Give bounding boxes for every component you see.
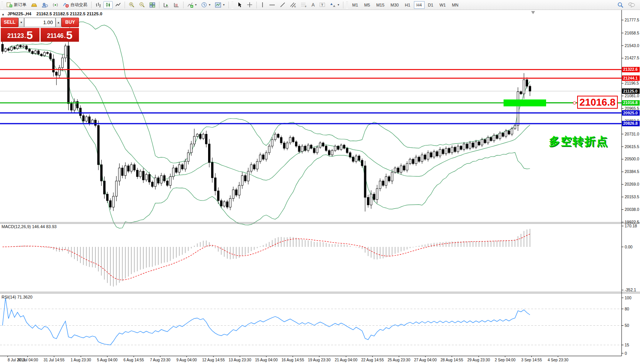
collapse-triangle-icon[interactable]: ▲ [2, 13, 5, 16]
candle [163, 176, 165, 181]
toolbar-grip[interactable] [231, 2, 233, 8]
price-marker-text: 21244.1 [623, 76, 638, 80]
vertical-line-tool-button[interactable] [259, 1, 266, 9]
bar-chart-button[interactable] [94, 1, 103, 9]
sell-price-pip: 5 [26, 29, 33, 41]
tab-timeframe-w1[interactable]: W1 [437, 1, 449, 9]
candle [499, 133, 501, 139]
signals-button[interactable] [51, 1, 60, 9]
candle [10, 47, 12, 51]
toolbar-separator [125, 2, 125, 8]
candle [451, 147, 453, 153]
candle [409, 159, 411, 163]
toolbar-grip[interactable] [346, 2, 348, 8]
fibonacci-icon: F [301, 2, 307, 8]
candle [271, 140, 273, 146]
indicators-button[interactable]: ▾ [185, 1, 199, 9]
time-tick-label: 1 Aug 23:30 [71, 358, 91, 362]
candle [445, 149, 447, 154]
toolbar-grip[interactable] [1, 2, 3, 8]
volume-down-button[interactable]: ▼ [18, 18, 24, 27]
chart-shift-button[interactable] [172, 1, 181, 9]
volume-input[interactable] [24, 18, 56, 27]
toolbar-separator [256, 2, 257, 8]
auto-scroll-button[interactable] [161, 1, 171, 9]
time-tick-label: 31 Jul 14:55 [44, 358, 65, 362]
candle [364, 166, 366, 198]
candle [481, 140, 483, 145]
toolbar-separator [183, 2, 184, 8]
tab-timeframe-m5[interactable]: M5 [361, 1, 373, 9]
time-tick-label: 30 Jul 04:00 [17, 358, 38, 362]
buy-button[interactable]: BUY [61, 18, 79, 27]
candle [94, 120, 96, 126]
time-tick-label: 2 Sep 04:00 [495, 358, 515, 362]
periods-button[interactable]: ▾ [199, 1, 212, 9]
sell-button[interactable]: SELL [1, 18, 18, 27]
tab-timeframe-h4[interactable]: H4 [414, 1, 425, 9]
crosshair-tool-button[interactable] [245, 1, 254, 9]
candle [238, 185, 240, 195]
horizontal-line-tool-button[interactable] [267, 2, 277, 8]
channel-tool-button[interactable]: E [288, 1, 298, 9]
tab-timeframe-d1[interactable]: D1 [425, 1, 436, 9]
candle [125, 166, 126, 176]
symbol-period-label: JPN225-,H4 [7, 11, 31, 16]
time-tick-label: 15 Aug 04:00 [255, 358, 278, 362]
candle [388, 177, 390, 181]
new-order-button[interactable]: 新订单 [5, 1, 28, 9]
macd-label: MACD(12,26,9) 146.44 83.93 [2, 224, 57, 229]
zoom-out-button[interactable] [137, 1, 147, 9]
buy-price-dot: . [64, 31, 66, 41]
candle [268, 146, 270, 153]
candle [286, 143, 288, 148]
shapes-tool-button[interactable]: ▾ [328, 1, 341, 9]
templates-button[interactable]: ▾ [213, 1, 226, 9]
candle-chart-button[interactable] [103, 1, 113, 9]
search-button[interactable] [615, 1, 625, 9]
candle [502, 133, 504, 137]
buy-price-main: 21146 [47, 31, 64, 41]
trendline-tool-button[interactable] [278, 1, 287, 9]
buy-price-display[interactable]: 21146 . 5 [41, 28, 79, 42]
candlestick-series [2, 41, 531, 211]
chat-button[interactable] [626, 1, 637, 9]
candle [520, 92, 522, 94]
clock-icon [201, 2, 207, 8]
tab-timeframe-m30[interactable]: M30 [388, 1, 401, 9]
line-chart-button[interactable] [113, 1, 123, 9]
candle [107, 194, 108, 201]
callout-anchor-icon [573, 101, 576, 104]
cursor-tool-button[interactable] [235, 1, 244, 9]
candle [376, 189, 378, 200]
volume-up-button[interactable]: ▲ [56, 18, 61, 27]
tab-timeframe-mn[interactable]: MN [449, 1, 461, 9]
fibonacci-tool-button[interactable]: F [299, 1, 309, 9]
chart-canvas[interactable]: 21777.521658.521543.021427.521312.021196… [0, 0, 640, 364]
tab-timeframe-h1[interactable]: H1 [402, 1, 413, 9]
support-price-callout[interactable]: 21016.8 [577, 96, 618, 109]
sell-price-display[interactable]: 21123 . 5 [1, 28, 39, 42]
candle [436, 152, 438, 156]
tile-windows-button[interactable] [148, 1, 157, 9]
label-tool-button[interactable]: T [317, 1, 327, 9]
candle [316, 147, 318, 153]
candle [13, 47, 15, 49]
time-tick-label: 29 Aug 23:30 [468, 358, 490, 362]
candle [20, 46, 21, 47]
tab-timeframe-m15[interactable]: M15 [374, 1, 387, 9]
auto-scroll-icon [163, 2, 169, 8]
candle [250, 165, 252, 171]
candle [187, 153, 189, 162]
text-tool-button[interactable]: A [310, 1, 317, 9]
autotrading-button[interactable]: 自动交易 [61, 1, 89, 9]
community-button[interactable] [40, 1, 50, 9]
tab-timeframe-m1[interactable]: M1 [350, 1, 361, 9]
deposit-button[interactable] [29, 1, 39, 9]
candle [166, 181, 168, 185]
zoom-in-button[interactable] [127, 1, 136, 9]
candle [265, 153, 267, 159]
candle [199, 134, 201, 139]
candle [277, 134, 279, 138]
candle [71, 104, 72, 110]
